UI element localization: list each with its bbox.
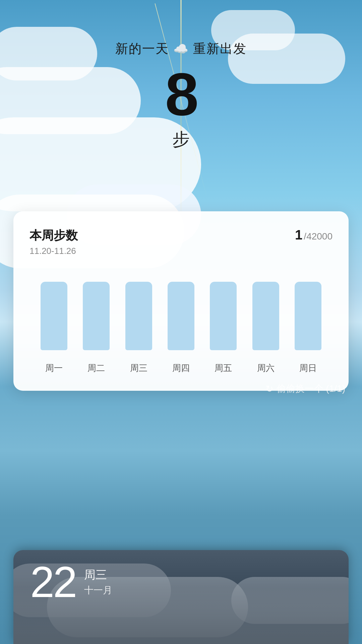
step-count-display: 8 — [165, 64, 197, 124]
label-sat: 周六 — [244, 362, 287, 374]
card-title: 本周步数 — [29, 227, 78, 244]
top-widget: 新的一天 ☁️ 重新出发 8 步 — [0, 40, 362, 151]
bar-thu-fill — [168, 282, 194, 350]
label-fri: 周五 — [202, 362, 244, 374]
motivation-text: 新的一天 ☁️ 重新出发 — [115, 40, 247, 57]
max-steps: /42000 — [304, 231, 333, 242]
date-range: 11.20-11.26 — [29, 246, 333, 256]
bar-fri-fill — [210, 282, 237, 350]
bar-wed-fill — [125, 282, 152, 350]
weekly-steps-card[interactable]: 本周步数 1 /42000 11.20-11.26 周一 周二 — [13, 211, 349, 391]
day-labels-row: 周一 周二 周三 周四 周五 周六 周日 — [29, 357, 333, 374]
label-tue: 周二 — [75, 362, 117, 374]
bar-mon-fill — [41, 282, 67, 350]
label-mon: 周一 — [33, 362, 75, 374]
calendar-card[interactable]: 22 周三 十一月 — [13, 550, 349, 644]
bar-sat-fill — [252, 282, 279, 350]
label-thu: 周四 — [160, 362, 202, 374]
bar-sun-fill — [295, 282, 321, 350]
bar-tue — [75, 270, 117, 350]
weekday-label: 周三 — [84, 567, 112, 583]
month-label: 十一月 — [84, 584, 112, 597]
weekly-bar-chart — [29, 270, 333, 350]
bar-mon — [33, 270, 75, 350]
label-sun: 周日 — [287, 362, 329, 374]
day-detail: 周三 十一月 — [84, 567, 112, 597]
date-info: 22 周三 十一月 — [30, 560, 112, 604]
current-steps: 1 — [295, 227, 302, 243]
steps-total: 1 /42000 — [295, 227, 333, 243]
cloud-icon: ☁️ — [173, 42, 189, 56]
bar-tue-fill — [83, 282, 110, 350]
card-header: 本周步数 1 /42000 — [29, 227, 333, 244]
step-unit-label: 步 — [172, 128, 190, 151]
bar-fri — [202, 270, 244, 350]
bar-sun — [287, 270, 329, 350]
day-number: 22 — [30, 560, 76, 604]
label-wed: 周三 — [118, 362, 160, 374]
bar-sat — [244, 270, 287, 350]
bar-wed — [118, 270, 160, 350]
bar-thu — [160, 270, 202, 350]
